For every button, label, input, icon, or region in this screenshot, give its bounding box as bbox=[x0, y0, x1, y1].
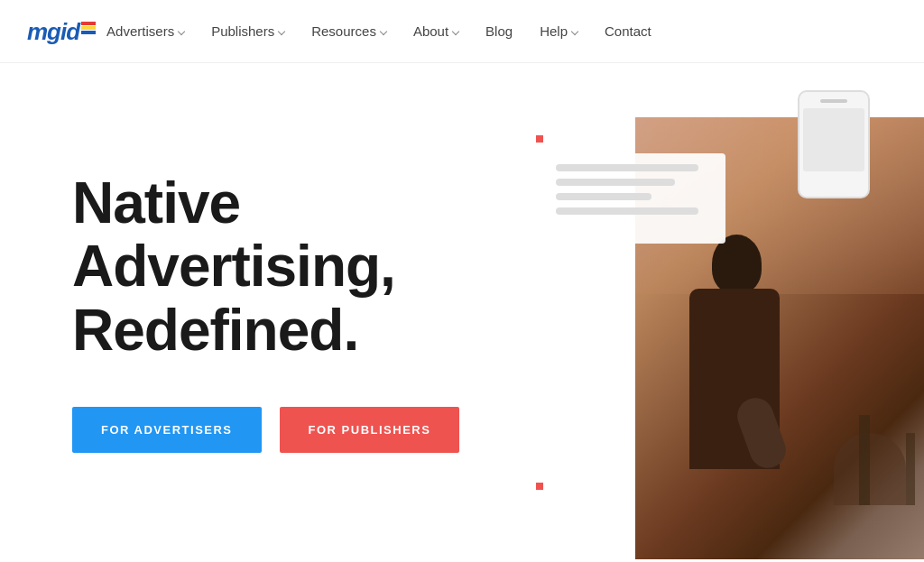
nav-about[interactable]: About bbox=[402, 16, 469, 46]
nav-help[interactable]: Help bbox=[529, 16, 588, 46]
logo-text: mgid bbox=[27, 20, 79, 43]
phone-mockup bbox=[798, 90, 870, 198]
hero-buttons: FOR ADVERTISERS FOR PUBLISHERS bbox=[72, 407, 459, 453]
red-dot-bottomleft bbox=[536, 483, 543, 490]
hero-section: Native Advertising, Redefined. FOR ADVER… bbox=[0, 63, 924, 562]
card-bar-1 bbox=[556, 164, 698, 171]
logo-flag bbox=[81, 22, 96, 35]
hero-content: Native Advertising, Redefined. FOR ADVER… bbox=[72, 171, 459, 453]
nav-publishers[interactable]: Publishers bbox=[200, 16, 295, 46]
person-arm bbox=[733, 393, 791, 474]
for-advertisers-button[interactable]: FOR ADVERTISERS bbox=[72, 407, 262, 453]
flag-blue-stripe bbox=[81, 31, 96, 34]
nav-advertisers[interactable]: Advertisers bbox=[96, 16, 195, 46]
card-bar-3 bbox=[556, 193, 651, 200]
hero-title-line1: Native bbox=[72, 170, 240, 235]
for-publishers-button[interactable]: FOR PUBLISHERS bbox=[280, 407, 460, 453]
nav-blog[interactable]: Blog bbox=[475, 16, 523, 46]
hero-title-line2: Advertising, bbox=[72, 234, 395, 299]
card-bar-4 bbox=[556, 207, 698, 215]
hero-title-line3: Redefined. bbox=[72, 298, 358, 363]
minaret2-silhouette bbox=[906, 433, 915, 505]
main-nav: Advertisers Publishers Resources About B… bbox=[96, 16, 662, 46]
hero-image-area bbox=[563, 63, 924, 562]
person-body bbox=[689, 289, 780, 469]
overlay-card bbox=[545, 153, 725, 244]
phone-screen bbox=[803, 108, 864, 171]
logo[interactable]: mgid bbox=[27, 20, 96, 43]
person-silhouette bbox=[662, 217, 807, 559]
nav-contact[interactable]: Contact bbox=[594, 16, 662, 46]
nav-resources[interactable]: Resources bbox=[300, 16, 397, 46]
dome-silhouette bbox=[834, 433, 906, 505]
flag-red-stripe bbox=[81, 22, 96, 25]
flag-yellow-stripe bbox=[81, 26, 96, 30]
hero-title: Native Advertising, Redefined. bbox=[72, 171, 459, 362]
minaret-silhouette bbox=[859, 415, 870, 505]
site-header: mgid Advertisers Publishers Resources Ab… bbox=[0, 0, 924, 63]
red-dot-topleft bbox=[536, 135, 543, 143]
card-bar-2 bbox=[556, 179, 675, 186]
